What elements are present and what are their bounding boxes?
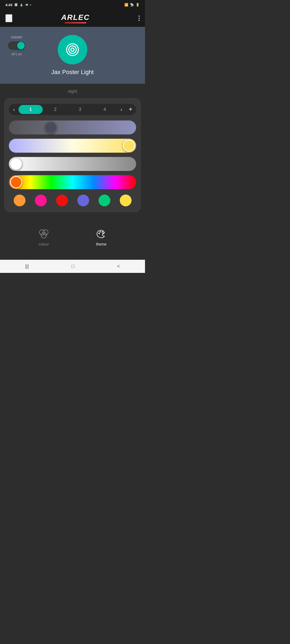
device-icon-circle xyxy=(58,35,87,64)
colour-icon xyxy=(38,228,50,240)
tab-prev-button[interactable]: ‹ xyxy=(10,105,18,114)
status-right-icons: 📶 📡 🔋 xyxy=(124,3,140,7)
wifi-icon: 📶 xyxy=(124,3,128,7)
tab-1[interactable]: 1 xyxy=(19,105,43,114)
tab-next-button[interactable]: › xyxy=(117,105,125,114)
logo: ARLEC xyxy=(61,13,90,23)
tab-4[interactable]: 4 xyxy=(93,105,117,114)
dot3 xyxy=(139,20,140,21)
swatch-green[interactable] xyxy=(99,195,110,206)
sparkle-icon[interactable]: ✦ xyxy=(126,105,135,114)
home-button[interactable]: □ xyxy=(71,264,74,269)
master-label: master xyxy=(11,35,23,39)
mail-icon: ✉ xyxy=(26,3,28,7)
swatch-orange[interactable] xyxy=(14,195,26,206)
signal-icon: 📡 xyxy=(130,3,134,7)
nav-item-colour[interactable]: colour xyxy=(38,228,50,246)
temp-slider-row xyxy=(9,139,136,153)
dot-indicator: • xyxy=(30,3,31,6)
dot2 xyxy=(139,18,140,19)
tab-2[interactable]: 2 xyxy=(43,105,67,114)
nav-item-theme[interactable]: theme xyxy=(95,228,107,246)
temp-slider-track[interactable] xyxy=(9,139,136,153)
bottom-nav: colour theme xyxy=(4,223,141,249)
svg-point-3 xyxy=(99,233,100,234)
tab-bar: ‹ 1 2 3 4 › ✦ xyxy=(9,104,136,115)
back-sys-button[interactable]: < xyxy=(117,264,120,269)
system-nav: ||| □ < xyxy=(0,260,145,273)
more-menu-button[interactable] xyxy=(139,16,140,21)
svg-point-0 xyxy=(39,230,45,235)
rainbow-slider-track[interactable] xyxy=(9,175,136,189)
rainbow-slider-row xyxy=(9,175,136,189)
recents-button[interactable]: ||| xyxy=(25,264,29,269)
battery-icon: 🔋 xyxy=(136,3,140,7)
device-name: Jax Poster Light xyxy=(51,69,94,76)
hue-slider-track[interactable] xyxy=(9,120,136,134)
swatches-row xyxy=(9,195,136,206)
theme-icon xyxy=(95,228,107,240)
svg-point-4 xyxy=(100,231,101,233)
brightness-slider-track[interactable] xyxy=(9,157,136,171)
section-label: night xyxy=(4,89,141,94)
photo-icon: 🖼 xyxy=(15,3,17,6)
svg-point-2 xyxy=(41,233,46,238)
dot1 xyxy=(139,16,140,17)
swatch-purple[interactable] xyxy=(77,195,89,206)
toggle-off-on-label: off | on xyxy=(11,52,22,56)
status-bar: 4:43 🖼 💧 ✉ • 📶 📡 🔋 xyxy=(0,0,145,10)
hue-slider-row xyxy=(9,120,136,134)
main-content: night ‹ 1 2 3 4 › ✦ xyxy=(0,84,145,254)
toggle-thumb xyxy=(17,42,25,49)
hero-section: master off | on Jax Poster Light xyxy=(0,27,145,84)
device-swirl-icon xyxy=(63,40,82,59)
logo-text: ARLEC xyxy=(61,13,90,22)
brightness-slider-row xyxy=(9,157,136,171)
swatch-red[interactable] xyxy=(56,195,68,206)
droplet-icon: 💧 xyxy=(20,3,23,7)
swatch-pink[interactable] xyxy=(35,195,47,206)
svg-point-5 xyxy=(102,231,103,233)
control-card: ‹ 1 2 3 4 › ✦ xyxy=(4,98,141,212)
svg-point-6 xyxy=(103,233,104,234)
master-toggle-area: master off | on xyxy=(8,35,25,56)
svg-point-1 xyxy=(43,230,48,235)
tab-3[interactable]: 3 xyxy=(68,105,92,114)
logo-underline xyxy=(65,22,86,23)
nav-colour-label: colour xyxy=(39,242,49,246)
back-button[interactable]: ← xyxy=(5,14,12,22)
nav-theme-label: theme xyxy=(96,242,107,246)
swatch-yellow[interactable] xyxy=(120,195,132,206)
header: ← ARLEC xyxy=(0,10,145,27)
status-time: 4:43 🖼 💧 ✉ • xyxy=(5,3,31,7)
master-toggle[interactable] xyxy=(8,41,25,50)
